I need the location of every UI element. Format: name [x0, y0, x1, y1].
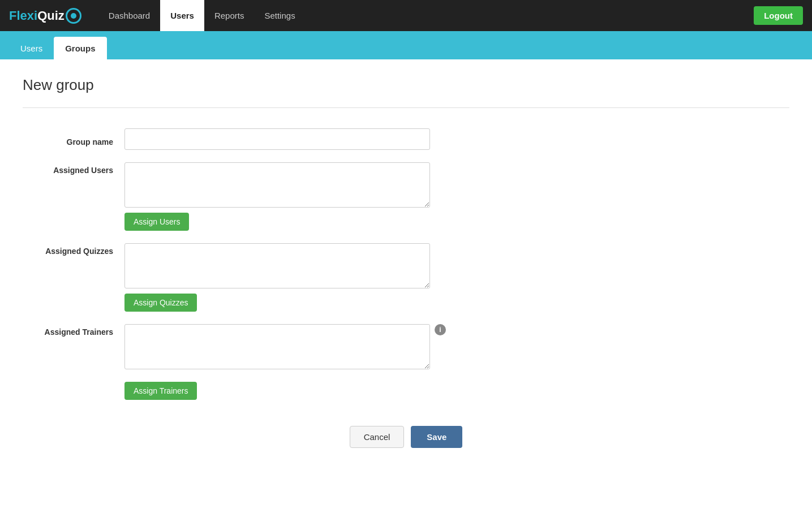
assign-trainers-button[interactable]: Assign Trainers	[124, 382, 197, 400]
trainer-textarea-wrapper: i	[124, 324, 789, 369]
logo-flexi: Flexi	[9, 8, 37, 23]
save-button[interactable]: Save	[411, 426, 462, 448]
form-table: Group name Assigned Users Assign Users A…	[23, 125, 789, 409]
form-actions: Cancel Save	[23, 426, 789, 448]
assigned-trainers-field: i Assign Trainers	[124, 321, 789, 409]
page-content: New group Group name Assigned Users Assi…	[0, 59, 812, 465]
assigned-trainers-textarea[interactable]	[124, 324, 430, 369]
assigned-users-label: Assigned Users	[23, 159, 124, 240]
nav-dashboard[interactable]: Dashboard	[98, 0, 160, 31]
assigned-trainers-label: Assigned Trainers	[23, 321, 124, 409]
assigned-users-field: Assign Users	[124, 159, 789, 240]
assigned-users-textarea[interactable]	[124, 162, 430, 208]
logo-circle-icon	[66, 8, 81, 24]
page-title: New group	[23, 76, 789, 94]
tab-groups[interactable]: Groups	[54, 37, 106, 59]
info-icon: i	[435, 324, 446, 335]
group-name-label: Group name	[23, 125, 124, 159]
assigned-quizzes-textarea[interactable]	[124, 243, 430, 288]
cancel-button[interactable]: Cancel	[350, 426, 405, 448]
top-nav: FlexiQuiz Dashboard Users Reports Settin…	[0, 0, 812, 31]
assigned-quizzes-label: Assigned Quizzes	[23, 240, 124, 321]
logout-button[interactable]: Logout	[754, 6, 803, 25]
sub-nav: Users Groups	[0, 31, 812, 59]
assigned-trainers-row: Assigned Trainers i Assign Trainers	[23, 321, 789, 409]
nav-users[interactable]: Users	[160, 0, 204, 31]
logo-quiz: Quiz	[37, 8, 65, 23]
logo-text: FlexiQuiz	[9, 8, 65, 23]
group-name-field	[124, 125, 789, 159]
nav-links: Dashboard Users Reports Settings	[98, 0, 754, 31]
assigned-quizzes-field: Assign Quizzes	[124, 240, 789, 321]
logo: FlexiQuiz	[9, 8, 81, 24]
nav-reports[interactable]: Reports	[204, 0, 255, 31]
group-name-row: Group name	[23, 125, 789, 159]
tab-users[interactable]: Users	[9, 37, 54, 59]
group-name-input[interactable]	[124, 128, 430, 150]
assign-users-button[interactable]: Assign Users	[124, 213, 189, 231]
assigned-users-row: Assigned Users Assign Users	[23, 159, 789, 240]
nav-settings[interactable]: Settings	[254, 0, 305, 31]
divider	[23, 107, 789, 108]
assign-quizzes-button[interactable]: Assign Quizzes	[124, 294, 197, 312]
assigned-quizzes-row: Assigned Quizzes Assign Quizzes	[23, 240, 789, 321]
